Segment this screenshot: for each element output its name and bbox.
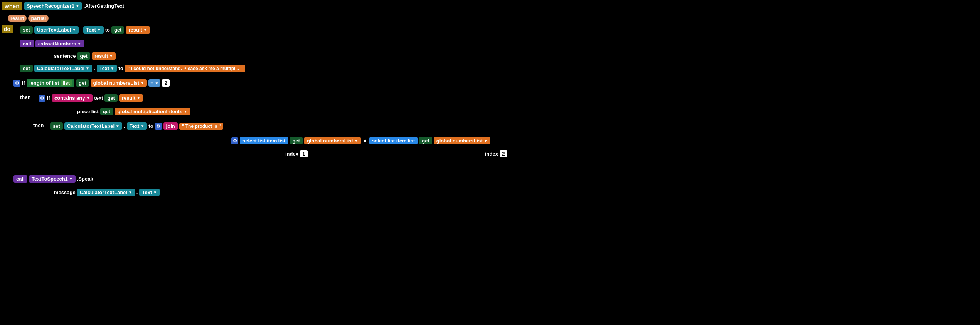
select-list-item-1-row: ⚙ select list item list get global numbe…	[231, 137, 490, 144]
speechrecognizer-dropdown[interactable]: SpeechRecognizer1 ▼	[24, 2, 82, 10]
gear-icon-3[interactable]: ⚙	[155, 123, 162, 130]
call-texttospeech-row: call TextToSpeech1 ▼ .Speak	[13, 175, 93, 183]
pills-row: result partial	[8, 15, 49, 22]
get-block-5: get	[100, 108, 113, 115]
get-block-1: get	[111, 26, 125, 34]
then-label-2: then	[33, 122, 44, 128]
set-usertextlabel-row: set UserTextLabel ▼ . Text ▼ to get resu…	[20, 26, 150, 34]
the-product-is-block: " The product is "	[179, 123, 224, 130]
dot-1: .	[80, 27, 82, 33]
to-label-2: to	[118, 65, 123, 71]
set-calculatortextlabel-2-row: set CalculatorTextLabel ▼ . Text ▼ to ⚙ …	[50, 122, 223, 130]
if-row-2: ⚙ if contains any ▼ text get result ▼	[39, 94, 143, 102]
text-dropdown-1[interactable]: Text ▼	[83, 26, 104, 34]
texttospeech-dropdown[interactable]: TextToSpeech1 ▼	[29, 175, 76, 183]
aftergettingtext-label: .AfterGettingText	[84, 3, 124, 9]
text-dropdown-2[interactable]: Text ▼	[97, 65, 117, 72]
index-1-row: index 1	[285, 150, 308, 157]
multiply-symbol: ×	[362, 138, 368, 144]
gear-icon-1[interactable]: ⚙	[13, 80, 20, 87]
if-row-1: ⚙ if length of list list get global numb…	[13, 79, 170, 87]
call-block-2: call	[13, 175, 27, 183]
to-label-3: to	[148, 123, 153, 129]
piece-list-row: piece list get global multiplicationInte…	[77, 108, 190, 115]
if-label-1: if	[22, 80, 25, 86]
globalmultiplicationintents-dropdown[interactable]: global multiplicationIntents ▼	[115, 108, 190, 115]
do-label-container: do	[2, 26, 13, 32]
call-block-1: call	[20, 40, 34, 47]
set-block-1: set	[20, 26, 33, 34]
speechrecognizer-arrow: ▼	[76, 4, 79, 8]
when-header-row: when SpeechRecognizer1 ▼ .AfterGettingTe…	[2, 2, 124, 10]
string-value-block: " I could not understand. Please ask me …	[125, 65, 246, 72]
index-val-1: 1	[300, 150, 308, 157]
globalnumberslist-dropdown-3[interactable]: global numbersList ▼	[434, 137, 490, 144]
get-block-7: get	[419, 137, 432, 144]
index-label-2: index	[485, 151, 498, 157]
sentence-label: sentence	[54, 53, 76, 59]
piece-list-label: piece list	[77, 109, 99, 114]
dot-2: .	[94, 65, 95, 71]
dot-3: .	[124, 123, 125, 129]
set-block-2: set	[20, 65, 33, 72]
result-get-2[interactable]: result ▼	[92, 52, 116, 60]
index-label-1: index	[285, 151, 298, 157]
if-label-2: if	[47, 95, 50, 101]
get-block-4: get	[104, 94, 118, 102]
sentence-row: sentence get result ▼	[54, 52, 116, 60]
dot-4: .	[136, 189, 138, 195]
calculatortextlabel-dropdown-2[interactable]: CalculatorTextLabel ▼	[64, 122, 122, 130]
equals-dropdown[interactable]: = ▼	[148, 79, 160, 87]
num-2: 2	[162, 79, 170, 87]
calculatortextlabel-dropdown-3[interactable]: CalculatorTextLabel ▼	[77, 189, 135, 196]
text-dropdown-4[interactable]: Text ▼	[139, 189, 160, 196]
usertextlabel-dropdown[interactable]: UserTextLabel ▼	[34, 26, 79, 34]
select-list-item-2-block: select list item list	[369, 137, 418, 144]
extractnumbers-dropdown[interactable]: extractNumbers ▼	[35, 40, 84, 47]
get-block-3: get	[76, 79, 89, 87]
result-pill: result	[8, 15, 27, 22]
speak-label: .Speak	[77, 176, 93, 182]
globalnumberslist-dropdown-1[interactable]: global numbersList ▼	[91, 79, 147, 87]
message-label: message	[54, 189, 76, 195]
set-block-3: set	[50, 122, 63, 130]
set-calculatortextlabel-row: set CalculatorTextLabel ▼ . Text ▼ to " …	[20, 65, 245, 72]
then-label-2-container: then	[33, 122, 44, 128]
to-label-1: to	[105, 27, 110, 33]
do-label: do	[2, 25, 13, 33]
then-label-1-container: then	[20, 94, 30, 100]
get-block-2: get	[77, 52, 90, 60]
gear-icon-4[interactable]: ⚙	[231, 137, 238, 144]
gear-icon-2[interactable]: ⚙	[39, 95, 45, 102]
get-block-6: get	[290, 137, 303, 144]
result-get-3[interactable]: result ▼	[119, 94, 143, 102]
calculatortextlabel-dropdown-1[interactable]: CalculatorTextLabel ▼	[34, 65, 92, 72]
partial-pill: partial	[28, 15, 49, 22]
text-dropdown-3[interactable]: Text ▼	[127, 122, 147, 130]
call-extractnumbers-row: call extractNumbers ▼	[20, 40, 84, 47]
length-of-list-block: length of list list	[27, 79, 74, 87]
contains-any-block: contains any ▼	[52, 94, 93, 102]
message-row: message CalculatorTextLabel ▼ . Text ▼	[54, 189, 160, 196]
globalnumberslist-dropdown-2[interactable]: global numbersList ▼	[304, 137, 361, 144]
result-get-1[interactable]: result ▼	[126, 26, 150, 34]
text-label-3: text	[94, 95, 103, 101]
index-val-2: 2	[500, 150, 507, 157]
index-2-row: index 2	[485, 150, 507, 157]
then-label-1: then	[20, 94, 30, 100]
select-list-item-1-block: select list item list	[240, 137, 288, 144]
join-block: join	[163, 122, 178, 130]
blocks-canvas: when SpeechRecognizer1 ▼ .AfterGettingTe…	[0, 0, 617, 204]
when-label: when	[2, 2, 22, 10]
